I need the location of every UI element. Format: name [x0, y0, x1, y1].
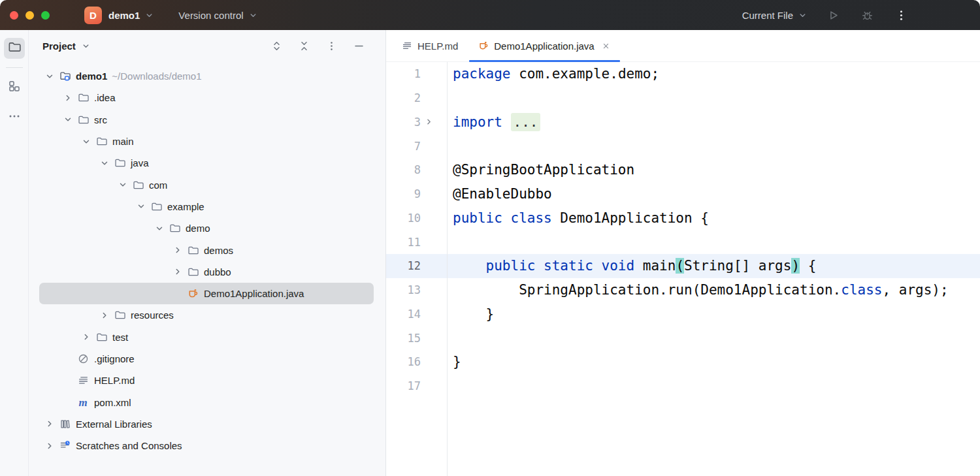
vcs-widget[interactable]: Version control [178, 10, 257, 21]
tree-item-scratches-and-consoles[interactable]: Scratches and Consoles [39, 435, 374, 456]
gutter [386, 398, 448, 476]
tree-item-label: Scratches and Consoles [76, 440, 182, 451]
gutter[interactable]: 11 [386, 230, 448, 254]
chevron-down-icon[interactable] [41, 71, 59, 82]
tree-item-help-md[interactable]: HELP.md [39, 370, 374, 391]
tree-item-label: .gitignore [94, 353, 135, 364]
tree-item-main[interactable]: main [39, 131, 374, 152]
tree-item-test[interactable]: test [39, 326, 374, 348]
gutter[interactable]: 14 [386, 302, 448, 326]
chevron-down-icon[interactable] [59, 114, 77, 125]
minimize-window-button[interactable] [25, 11, 34, 20]
chevron-down-icon[interactable] [114, 180, 132, 190]
tree-item-label: Demo1Application.java [204, 288, 304, 299]
chevron-down-icon[interactable] [77, 136, 95, 147]
run-button[interactable] [826, 8, 840, 22]
tree-item-demo1application-java[interactable]: Demo1Application.java [39, 283, 374, 304]
chevron-down-icon[interactable] [95, 158, 114, 168]
collapse-all-icon[interactable] [298, 40, 310, 52]
tab-help-md[interactable]: HELP.md [391, 30, 468, 61]
more-actions-button[interactable] [894, 8, 908, 22]
project-tree: demo1~/Downloads/demo1.ideasrcmainjavaco… [29, 62, 385, 476]
code-line-1[interactable]: 1package com.example.demo; [386, 62, 980, 86]
tree-item-pom-xml[interactable]: mpom.xml [39, 391, 374, 413]
code-line-16[interactable]: 16} [386, 350, 980, 374]
tree-item-label: pom.xml [94, 397, 131, 408]
gutter[interactable]: 13 [386, 278, 448, 302]
code-line-9[interactable]: 9@EnableDubbo [386, 182, 980, 206]
tree-item-label: demo1 [76, 71, 107, 82]
chevron-right-icon[interactable] [169, 245, 187, 255]
tree-item-java[interactable]: java [39, 152, 374, 174]
gutter[interactable]: 12 [386, 254, 448, 278]
more-dots-icon [8, 110, 21, 125]
gutter[interactable]: 1 [386, 62, 448, 86]
code-line-7[interactable]: 7 [386, 134, 980, 158]
code-line-17[interactable]: 17 [386, 374, 980, 398]
close-tab-icon[interactable] [601, 40, 612, 51]
tree-item-external-libraries[interactable]: External Libraries [39, 413, 374, 435]
code-line-12[interactable]: 12 public static void main(String[] args… [386, 254, 980, 278]
chevron-right-icon[interactable] [59, 93, 77, 103]
tree-item-src[interactable]: src [39, 109, 374, 131]
hide-panel-icon[interactable] [353, 40, 365, 52]
chevron-down-icon[interactable] [150, 223, 169, 234]
gutter[interactable]: 15 [386, 326, 448, 350]
unfold-icon[interactable] [424, 110, 434, 135]
chevron-right-icon[interactable] [41, 441, 59, 451]
tree-item-gitignore[interactable]: .gitignore [39, 348, 374, 370]
chevron-down-icon[interactable] [81, 41, 91, 51]
more-tool-windows-button[interactable] [4, 107, 25, 128]
tree-item-label: main [112, 136, 134, 147]
code-text: public static void main(String[] args) { [448, 258, 816, 274]
folder-icon [187, 266, 199, 278]
project-tool-window-button[interactable] [4, 38, 25, 59]
chevron-right-icon[interactable] [41, 419, 59, 429]
tree-item-idea[interactable]: .idea [39, 87, 374, 108]
project-switcher[interactable]: demo1 [102, 10, 154, 21]
debug-button[interactable] [860, 8, 874, 22]
zoom-window-button[interactable] [41, 11, 50, 20]
tree-item-label: .idea [94, 92, 116, 103]
gutter[interactable]: 10 [386, 206, 448, 230]
gutter[interactable]: 16 [386, 350, 448, 374]
chevron-down-icon[interactable] [132, 201, 150, 212]
run-configuration-selector[interactable]: Current File [742, 10, 808, 21]
close-window-button[interactable] [10, 11, 18, 20]
tree-item-dubbo[interactable]: dubbo [39, 261, 374, 283]
scratches-icon [59, 440, 71, 452]
code-line-8[interactable]: 8@SpringBootApplication [386, 158, 980, 182]
folder-icon [187, 244, 199, 256]
tree-item-example[interactable]: example [39, 196, 374, 217]
tree-item-demo[interactable]: demo [39, 217, 374, 239]
code-editor[interactable]: 1package com.example.demo;23import ...78… [386, 62, 980, 476]
code-line-13[interactable]: 13 SpringApplication.run(Demo1Applicatio… [386, 278, 980, 302]
tree-item-demos[interactable]: demos [39, 239, 374, 261]
code-line-10[interactable]: 10public class Demo1Application { [386, 206, 980, 230]
code-line-15[interactable]: 15 [386, 326, 980, 350]
line-number: 15 [386, 332, 421, 345]
code-line-14[interactable]: 14 } [386, 302, 980, 326]
code-line-3[interactable]: 3import ... [386, 110, 980, 135]
gutter[interactable]: 7 [386, 134, 448, 158]
chevron-right-icon[interactable] [169, 266, 187, 277]
structure-tool-window-button[interactable] [4, 77, 25, 98]
gutter[interactable]: 8 [386, 158, 448, 182]
tree-item-resources[interactable]: resources [39, 304, 374, 326]
gutter[interactable]: 3 [386, 110, 448, 135]
code-text: public class Demo1Application { [448, 210, 709, 226]
tab-demo1application-java[interactable]: Demo1Application.java [468, 30, 621, 61]
line-number: 11 [386, 236, 421, 249]
chevron-right-icon[interactable] [95, 310, 114, 321]
tree-item-demo1[interactable]: demo1~/Downloads/demo1 [39, 65, 374, 87]
tree-item-com[interactable]: com [39, 174, 374, 195]
chevron-right-icon[interactable] [77, 332, 95, 342]
gutter[interactable]: 17 [386, 374, 448, 398]
code-line-11[interactable]: 11 [386, 230, 980, 254]
code-line-2[interactable]: 2 [386, 86, 980, 110]
gutter[interactable]: 9 [386, 182, 448, 206]
expand-all-icon[interactable] [270, 40, 282, 52]
project-avatar[interactable]: D [84, 7, 102, 24]
options-menu-icon[interactable] [325, 40, 337, 52]
gutter[interactable]: 2 [386, 86, 448, 110]
